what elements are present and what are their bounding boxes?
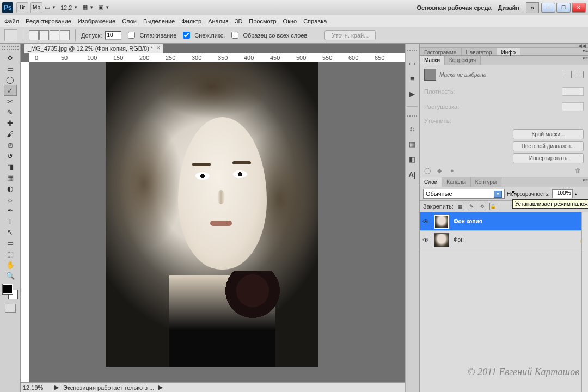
eraser-tool[interactable]: ◨	[4, 161, 17, 172]
quick-select-tool[interactable]: ✓	[4, 85, 17, 96]
visibility-toggle[interactable]: 👁	[420, 236, 432, 244]
menu-help[interactable]: Справка	[303, 18, 327, 24]
menu-view[interactable]: Просмотр	[249, 18, 276, 24]
menu-select[interactable]: Выделение	[143, 18, 175, 24]
workspace-more[interactable]: »	[526, 2, 539, 13]
menu-image[interactable]: Изображение	[78, 18, 115, 24]
history-panel-icon[interactable]: ▭	[407, 58, 417, 68]
canvas[interactable]	[29, 62, 405, 382]
lock-position-icon[interactable]: ✥	[479, 203, 486, 210]
invert-button[interactable]: Инвертировать	[513, 153, 584, 163]
actions-panel-icon[interactable]: ≡	[407, 74, 417, 83]
layer-thumbnail[interactable]	[434, 215, 449, 229]
tab-histogram[interactable]: Гистограмма	[420, 48, 462, 55]
workspace-essentials[interactable]: Основная рабочая среда	[416, 4, 491, 11]
crop-tool[interactable]: ✂	[4, 96, 17, 107]
styles-panel-icon[interactable]: ◧	[407, 154, 417, 164]
quick-mask-button[interactable]	[5, 304, 16, 313]
toolbox-grip[interactable]	[2, 46, 19, 50]
lock-transparent-icon[interactable]: ▦	[457, 203, 464, 210]
blur-tool[interactable]: ◐	[4, 183, 17, 194]
tab-info[interactable]: Инфо	[497, 48, 521, 55]
extras-dd[interactable]: ▣▼	[98, 4, 109, 11]
type-tool[interactable]: T	[4, 216, 17, 226]
menu-edit[interactable]: Редактирование	[26, 18, 71, 24]
screenmode-dd[interactable]: ▭▼	[45, 4, 56, 11]
ruler-vertical[interactable]	[21, 62, 29, 382]
load-sel-icon[interactable]: ◯	[424, 167, 433, 174]
panel-collapse-icon[interactable]: ◀◀	[578, 43, 586, 48]
chevron-down-icon[interactable]: ▼	[494, 191, 502, 198]
menu-file[interactable]: Файл	[4, 18, 19, 24]
refine-edge-button[interactable]: Уточн. край...	[324, 30, 376, 40]
heal-tool[interactable]: ✚	[4, 118, 17, 128]
bridge-button[interactable]: Br	[16, 2, 28, 13]
layer-name[interactable]: Фон копия	[451, 218, 588, 224]
layer-thumbnail[interactable]	[434, 233, 449, 247]
tab-paths[interactable]: Контуры	[471, 177, 501, 187]
visibility-toggle[interactable]: 👁	[420, 218, 432, 225]
panel-menu-icon[interactable]: ▾≡	[583, 56, 588, 65]
play-panel-icon[interactable]: ▶	[407, 89, 417, 99]
apply-mask-icon[interactable]: ◆	[437, 167, 446, 174]
character-panel-icon[interactable]: A|	[407, 169, 417, 179]
close-button[interactable]: ✕	[572, 3, 586, 13]
pen-tool[interactable]: ✒	[4, 205, 17, 216]
move-tool[interactable]: ✥	[4, 52, 17, 63]
antialias-check[interactable]	[128, 32, 135, 39]
hand-tool[interactable]: ✋	[4, 259, 17, 270]
menu-3d[interactable]: 3D	[235, 18, 242, 24]
swatches-panel-icon[interactable]: ▦	[407, 139, 417, 149]
3d-tool[interactable]: ⬚	[4, 248, 17, 259]
close-tab-icon[interactable]: ✕	[156, 45, 161, 51]
panel-menu-icon[interactable]: ▾≡	[583, 177, 588, 187]
layer-name[interactable]: Фон	[451, 237, 577, 243]
panel-menu-icon[interactable]: ▾≡	[583, 48, 588, 55]
menu-analysis[interactable]: Анализ	[208, 18, 228, 24]
color-range-button[interactable]: Цветовой диапазон...	[513, 141, 584, 151]
menu-window[interactable]: Окно	[283, 18, 297, 24]
maximize-button[interactable]: ☐	[556, 3, 571, 13]
brush-panel-icon[interactable]: ⎌	[407, 124, 417, 133]
gradient-tool[interactable]: ▦	[4, 172, 17, 183]
disable-mask-icon[interactable]: ●	[450, 167, 459, 174]
delete-mask-icon[interactable]: 🗑	[575, 167, 584, 174]
lock-all-icon[interactable]: 🔒	[489, 203, 497, 210]
dodge-tool[interactable]: ☼	[4, 194, 17, 205]
tab-layers[interactable]: Слои	[420, 177, 442, 187]
layer-row[interactable]: 👁 Фон копия	[420, 212, 588, 231]
vector-mask-icon[interactable]	[575, 71, 584, 78]
opacity-input[interactable]: 100%	[552, 189, 573, 198]
layer-row[interactable]: 👁 Фон 🔒	[420, 231, 588, 249]
lasso-tool[interactable]: ◯	[4, 74, 17, 85]
status-zoom[interactable]: 12,19%	[23, 384, 50, 391]
sample-all-check[interactable]	[231, 32, 238, 39]
selection-mode[interactable]	[29, 30, 70, 40]
path-select-tool[interactable]: ↖	[4, 226, 17, 237]
ruler-horizontal[interactable]: 050100150200250300350400450500550600650	[29, 53, 405, 62]
zoom-tool[interactable]: 🔍	[4, 270, 17, 281]
history-brush-tool[interactable]: ↺	[4, 150, 17, 161]
arrange-dd[interactable]: ▦▼	[82, 4, 94, 11]
minibridge-button[interactable]: Mb	[30, 2, 42, 13]
minimize-button[interactable]: —	[541, 3, 555, 13]
menu-layer[interactable]: Слои	[122, 18, 137, 24]
mask-edge-button[interactable]: Край маски...	[513, 129, 584, 139]
eyedropper-tool[interactable]: ✎	[4, 107, 17, 118]
scrollbar[interactable]	[581, 212, 588, 392]
marquee-tool[interactable]: ▭	[4, 63, 17, 74]
tab-navigator[interactable]: Навигатор	[462, 48, 497, 55]
menu-filter[interactable]: Фильтр	[181, 18, 201, 24]
pixel-mask-icon[interactable]	[563, 71, 572, 78]
color-swatches[interactable]	[3, 284, 18, 299]
stamp-tool[interactable]: ⎚	[4, 139, 17, 150]
workspace-design[interactable]: Дизайн	[498, 4, 519, 11]
tab-channels[interactable]: Каналы	[442, 177, 471, 187]
zoom-dd[interactable]: 12,2▼	[60, 4, 78, 11]
contiguous-check[interactable]	[183, 32, 190, 39]
lock-image-icon[interactable]: ✎	[468, 203, 475, 210]
tolerance-input[interactable]	[105, 31, 121, 40]
tab-masks[interactable]: Маски	[420, 56, 445, 65]
shape-tool[interactable]: ▭	[4, 237, 17, 248]
current-tool-icon[interactable]	[4, 29, 17, 41]
